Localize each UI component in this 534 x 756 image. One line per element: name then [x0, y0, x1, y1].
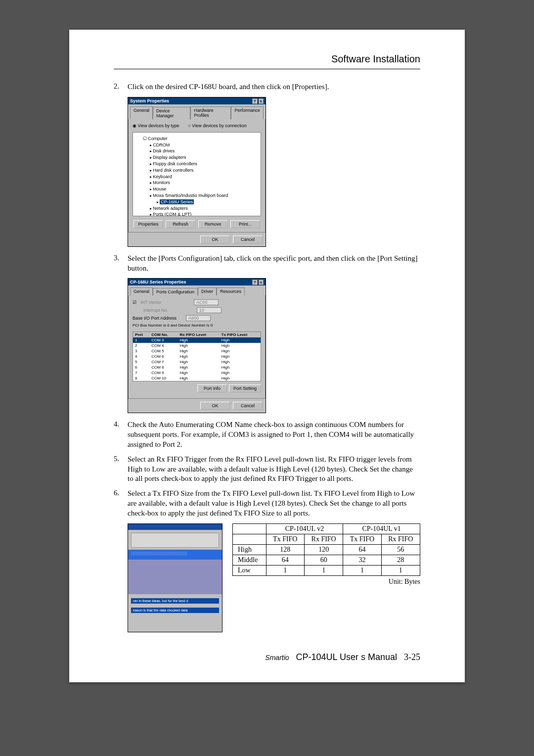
tree-item[interactable]: CDROM	[150, 142, 258, 148]
ok-button[interactable]: OK	[200, 402, 230, 410]
radio-by-connection[interactable]: ○ View devices by connection	[188, 123, 246, 128]
titlebar: System Properties ?x	[128, 97, 266, 104]
footer-page-number: 3-25	[404, 652, 420, 662]
tree-item[interactable]: Display adapters	[150, 154, 258, 161]
tab-driver[interactable]: Driver	[198, 287, 217, 295]
base-io: Base I/O Port Address A800	[133, 315, 261, 321]
step-2: 2. Click on the desired CP-168U board, a…	[114, 82, 420, 92]
refresh-button[interactable]: Refresh	[166, 220, 195, 228]
tab-general[interactable]: General	[130, 287, 153, 295]
col-txfifo: Tx FIFO	[266, 534, 304, 544]
cancel-button[interactable]: Cancel	[233, 236, 263, 243]
close-icon[interactable]: x	[259, 98, 264, 104]
table-row[interactable]: 6COM 8HighHigh	[133, 365, 261, 370]
fifo-table-block: CP-104UL v2 CP-104UL v1 Tx FIFO Rx FIFO …	[232, 523, 420, 586]
irq-value: 10	[197, 307, 222, 313]
radio-by-connection-label: View devices by connection	[192, 123, 246, 128]
screenshot-system-properties: System Properties ?x General Device Mana…	[128, 97, 420, 247]
window-controls: ?x	[251, 98, 264, 103]
tab-performance[interactable]: Performance	[231, 106, 264, 119]
help-icon[interactable]: ?	[252, 280, 258, 285]
table-row: Middle64603228	[233, 555, 420, 565]
dialog-buttons: Properties Refresh Remove Print...	[133, 216, 261, 228]
selected-device: CP-168U Series	[160, 199, 194, 204]
tree-item-cp168u[interactable]: CP-168U Series	[157, 199, 258, 205]
step-text: Click on the desired CP-168U board, and …	[128, 82, 420, 92]
tree-item[interactable]: Network adapters	[150, 205, 258, 212]
table-row[interactable]: 7COM 9HighHigh	[133, 370, 261, 376]
tree-item[interactable]: Disk drives	[150, 148, 258, 154]
unit-label: Unit: Bytes	[232, 578, 420, 586]
col-v1: CP-104UL v1	[343, 523, 420, 534]
int-vector-checkbox[interactable]	[133, 300, 136, 305]
tree-item[interactable]: Ports (COM & LPT)	[150, 211, 258, 216]
help-icon[interactable]: ?	[252, 98, 258, 104]
step-4: 4. Check the Auto Enumerating COM Name c…	[114, 420, 420, 449]
tree-item[interactable]: Hard disk controllers	[150, 167, 258, 174]
radio-by-type[interactable]: ◉ View devices by type	[133, 123, 179, 128]
col-tx: Tx FIFO Level	[220, 332, 261, 338]
page-footer: Smartio CP-104UL User s Manual 3-25	[114, 652, 420, 662]
title-text: CP-168U Series Properties	[130, 280, 186, 284]
tab-ports-configuration[interactable]: Ports Configuration	[153, 288, 198, 296]
tree-root[interactable]: Computer	[143, 136, 258, 142]
strip-text: ░░░░░░░░░░░░░░░░░░░░░░░	[128, 550, 222, 560]
ok-button[interactable]: OK	[200, 236, 230, 243]
step-text: Select the [Ports Configuration] tab, cl…	[128, 254, 420, 274]
port-info-button[interactable]: Port Info	[197, 384, 227, 392]
footer-strip-1: ver in these ideas, but for the best d	[131, 598, 219, 604]
table-row[interactable]: 5COM 7HighHigh	[133, 359, 261, 365]
col-txfifo: Tx FIFO	[343, 534, 381, 544]
col-blank	[233, 534, 267, 544]
col-v2: CP-104UL v2	[266, 523, 343, 534]
int-vector: INT Vector AC00	[133, 299, 261, 305]
tree-item[interactable]: Keyboard	[150, 174, 258, 180]
table-row[interactable]: 4COM 6HighHigh	[133, 354, 261, 359]
section-title: Software Installation	[114, 53, 420, 65]
dialog-footer: OK Cancel	[128, 399, 266, 413]
table-row[interactable]: 1COM 3HighHigh	[133, 337, 261, 343]
step-number: 4.	[114, 420, 128, 449]
tab-hardware-profiles[interactable]: Hardware Profiles	[190, 106, 231, 119]
port-setting-button[interactable]: Port Setting	[229, 384, 261, 392]
footer-strip-2: eason is that the data chocked data	[131, 608, 219, 613]
table-row[interactable]: 8COM 10HighHigh	[133, 376, 261, 381]
footer-product: CP-104UL User s Manual	[296, 652, 397, 662]
radio-by-type-label: View devices by type	[138, 123, 179, 128]
print-button[interactable]: Print...	[230, 220, 260, 228]
port-setting-body: ░░░░░░░░░░░░░░░░░░░░░░░ ver in these ide…	[128, 530, 222, 616]
tree-item[interactable]: Floppy disk controllers	[150, 161, 258, 167]
int-vector-value: AC00	[194, 299, 219, 305]
properties-button[interactable]: Properties	[134, 220, 163, 228]
table-row[interactable]: 3COM 5HighHigh	[133, 348, 261, 354]
col-port: Port	[133, 332, 150, 338]
step-text: Select an Rx FIFO Trigger from the Rx FI…	[128, 455, 420, 484]
port-buttons: Port Info Port Setting	[133, 381, 261, 394]
device-tree[interactable]: Computer CDROM Disk drives Display adapt…	[133, 132, 261, 216]
tab-device-manager[interactable]: Device Manager	[153, 107, 190, 120]
irq-label: Interrupt No.	[143, 308, 193, 313]
table-row[interactable]: 2COM 4HighHigh	[133, 343, 261, 348]
tree-item[interactable]: Mouse	[150, 186, 258, 192]
bus-text: PCI Bus Number is 0 and Device Number is…	[133, 323, 261, 328]
window-controls: ?x	[251, 280, 264, 284]
step-3: 3. Select the [Ports Configuration] tab,…	[114, 254, 420, 274]
tab-pane: INT Vector AC00 Interrupt No. 10 Base I/…	[128, 295, 266, 399]
base-value: A800	[186, 315, 211, 321]
tree-item[interactable]: Moxa Smartio/Industio multiport board	[150, 192, 258, 199]
section-header: Software Installation	[114, 53, 420, 65]
dialog-footer: OK Cancel	[128, 233, 266, 246]
tab-general[interactable]: General	[130, 106, 153, 119]
cancel-button[interactable]: Cancel	[233, 402, 263, 410]
tab-resources[interactable]: Resources	[217, 287, 245, 295]
table-row: Low1111	[233, 565, 420, 575]
tree-item[interactable]: Monitors	[150, 180, 258, 186]
footer-smartio: Smartio	[265, 654, 289, 662]
port-table[interactable]: Port COM No. Rx FIFO Level Tx FIFO Level…	[133, 331, 261, 381]
bottom-section: ░░░░░░░░░░░░░░░░░░░░░░░ ver in these ide…	[128, 523, 420, 632]
remove-button[interactable]: Remove	[198, 220, 228, 228]
titlebar	[128, 524, 222, 530]
close-icon[interactable]: x	[259, 280, 264, 285]
int-vector-label: INT Vector	[140, 300, 190, 305]
step-5: 5. Select an Rx FIFO Trigger from the Rx…	[114, 455, 420, 484]
